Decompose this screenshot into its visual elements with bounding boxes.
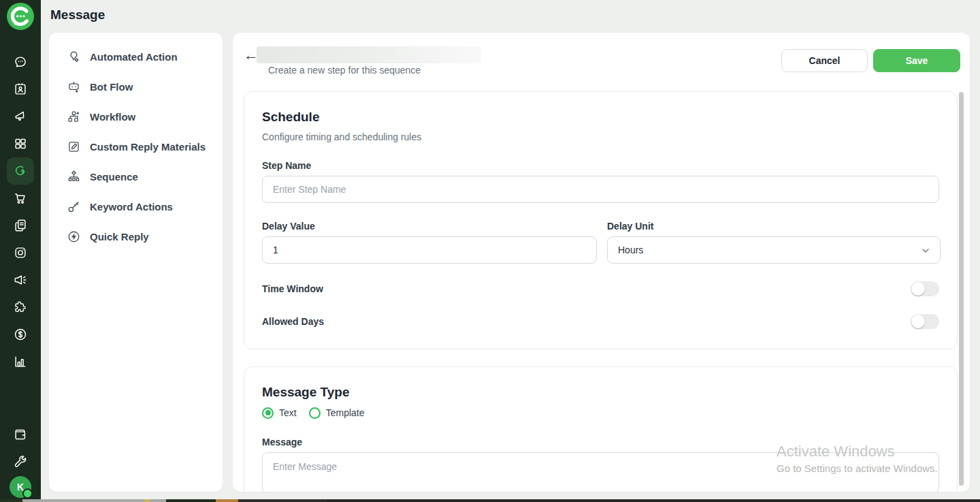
sequence-tree-icon [66, 169, 81, 184]
step-name-label: Step Name [262, 160, 939, 171]
bar-chart-icon [13, 354, 28, 369]
menu-item-workflow[interactable]: Workflow [49, 101, 223, 131]
bot-icon [66, 79, 81, 94]
app-logo-icon [7, 3, 34, 30]
message-textarea[interactable] [262, 452, 939, 492]
sequence-flow-icon [13, 163, 28, 178]
workflow-icon [66, 109, 81, 124]
menu-item-label: Workflow [90, 111, 135, 123]
sidebar-item-templates[interactable] [0, 212, 41, 239]
menu-item-sequence[interactable]: Sequence [49, 161, 223, 191]
vertical-scrollbar[interactable] [959, 92, 964, 486]
menu-item-automated-action[interactable]: Automated Action [49, 42, 223, 72]
radio-option-template[interactable]: Template [309, 407, 365, 419]
sidebar-item-instagram[interactable] [0, 239, 41, 266]
contact-card-icon [13, 82, 28, 97]
allowed-days-toggle[interactable] [911, 314, 939, 329]
taskbar-edge [0, 499, 980, 502]
delay-value-input[interactable] [262, 236, 597, 264]
menu-item-custom-reply-materials[interactable]: Custom Reply Materials [49, 131, 223, 161]
lightning-circle-icon [66, 229, 81, 244]
delay-unit-label: Delay Unit [607, 221, 941, 232]
message-label: Message [262, 437, 939, 448]
page-title: Message [50, 7, 105, 22]
bulb-gear-icon [66, 49, 81, 64]
step-name-input[interactable] [262, 176, 939, 203]
menu-item-label: Custom Reply Materials [90, 141, 206, 153]
pencil-square-icon [66, 139, 81, 154]
primary-nav [0, 48, 41, 375]
user-avatar[interactable]: K [10, 476, 31, 498]
dashboard-grid-icon [13, 136, 28, 151]
sidebar-item-sequence-active[interactable] [0, 157, 41, 185]
bullhorn-icon [13, 272, 28, 287]
instagram-icon [13, 245, 28, 260]
sidebar-item-integrations[interactable] [0, 294, 41, 321]
delay-unit-select[interactable]: Hours [607, 236, 941, 264]
app-logo[interactable] [7, 3, 34, 30]
secondary-sidebar: Automated Action Bot Flow [49, 33, 223, 492]
sidebar-item-chat[interactable] [0, 48, 41, 76]
menu-item-bot-flow[interactable]: Bot Flow [49, 72, 223, 101]
message-type-options: Text Template [262, 407, 939, 419]
chevron-down-icon [920, 245, 931, 258]
radio-label: Text [279, 407, 297, 418]
sidebar-item-analytics[interactable] [0, 348, 41, 375]
delay-unit-value: Hours [618, 245, 643, 255]
save-button[interactable]: Save [873, 49, 960, 72]
message-type-title: Message Type [262, 385, 939, 400]
schedule-subtitle: Configure timing and scheduling rules [262, 131, 939, 142]
allowed-days-row: Allowed Days [262, 314, 939, 329]
menu-item-label: Bot Flow [90, 81, 133, 93]
delay-value-label: Delay Value [262, 221, 597, 232]
radio-selected-icon [262, 407, 274, 419]
active-item-highlight [7, 157, 34, 185]
sidebar-item-broadcast[interactable] [0, 103, 41, 130]
sidebar-item-tools[interactable] [0, 448, 41, 475]
radio-unselected-icon [309, 407, 321, 419]
radio-label: Template [326, 407, 365, 418]
main-panel: ← Create a new step for this sequence Ca… [233, 33, 970, 492]
shopping-cart-icon [13, 191, 28, 206]
sidebar-item-wallet[interactable] [0, 421, 41, 448]
sidebar-item-billing[interactable] [0, 321, 41, 348]
toggle-knob [911, 282, 925, 296]
schedule-card: Schedule Configure timing and scheduling… [244, 91, 958, 349]
toggle-knob [911, 315, 925, 328]
online-status-dot [22, 488, 33, 499]
sidebar-item-commerce[interactable] [0, 185, 41, 212]
message-type-card: Message Type Text Template Message [244, 366, 958, 492]
menu-item-label: Keyword Actions [90, 201, 173, 213]
puzzle-icon [13, 300, 28, 315]
primary-sidebar: K [0, 0, 41, 499]
sidebar-item-promote[interactable] [0, 266, 41, 294]
time-window-row: Time Window [262, 281, 939, 296]
wrench-icon [13, 454, 28, 469]
dollar-circle-icon [13, 327, 28, 342]
sidebar-item-contacts[interactable] [0, 76, 41, 103]
menu-item-label: Automated Action [90, 51, 178, 63]
chat-bubble-icon [13, 54, 28, 69]
menu-item-quick-reply[interactable]: Quick Reply [49, 221, 223, 251]
copy-pages-icon [13, 218, 28, 233]
screen: K Message Automated Action [0, 0, 980, 502]
megaphone-icon [13, 109, 28, 124]
allowed-days-label: Allowed Days [262, 316, 324, 327]
radio-option-text[interactable]: Text [262, 407, 297, 419]
key-icon [66, 199, 81, 214]
menu-item-label: Quick Reply [90, 231, 149, 242]
title-loading-skeleton [257, 46, 481, 63]
menu-item-label: Sequence [90, 171, 138, 183]
delay-row: Delay Value Delay Unit Hours [262, 221, 939, 264]
sidebar-item-dashboard[interactable] [0, 130, 41, 157]
wallet-icon [13, 427, 28, 442]
time-window-label: Time Window [262, 283, 323, 294]
cancel-button[interactable]: Cancel [781, 49, 868, 72]
menu-item-keyword-actions[interactable]: Keyword Actions [49, 191, 223, 221]
step-subtitle: Create a new step for this sequence [268, 65, 421, 76]
time-window-toggle[interactable] [911, 281, 939, 296]
schedule-title: Schedule [262, 110, 939, 125]
